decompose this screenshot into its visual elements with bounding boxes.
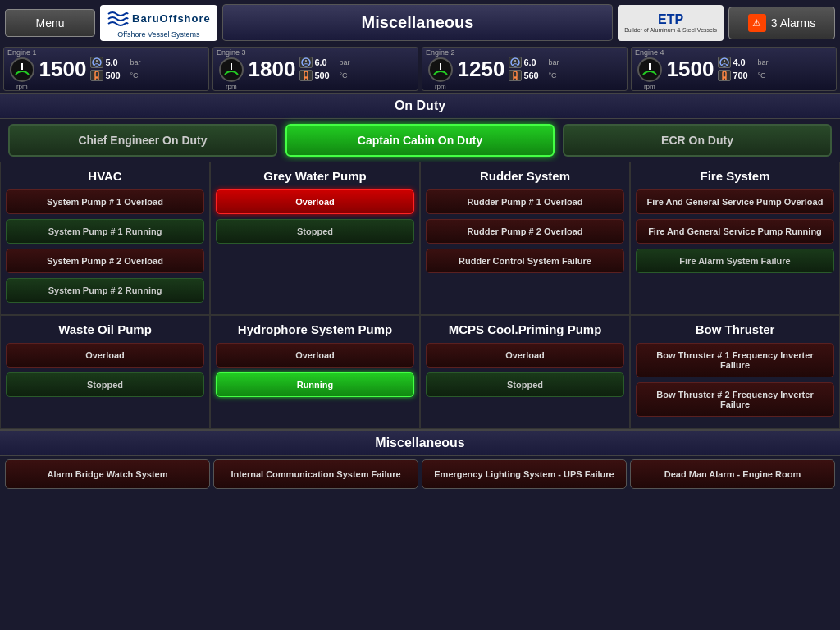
engine-rpm: 1500	[39, 58, 87, 80]
alarm-button[interactable]: ⚠ 3 Alarms	[728, 7, 835, 39]
status-item-1[interactable]: Bow Thruster # 2 Frequency Inverter Fail…	[636, 382, 834, 417]
alarm-count: 3 Alarms	[771, 16, 815, 30]
status-item-1[interactable]: Rudder Pump # 2 Overload	[426, 219, 624, 244]
temp-unit: °C	[339, 71, 347, 80]
engine-block-3: Engine 2 rpm 1250 6.0 bar	[422, 47, 628, 91]
status-item-0[interactable]: Overload	[216, 189, 414, 214]
status-item-2[interactable]: Fire Alarm System Failure	[636, 249, 834, 273]
page-title: Miscellaneous	[222, 4, 613, 41]
pressure-icon	[90, 57, 103, 68]
status-item-0[interactable]: Rudder Pump # 1 Overload	[426, 189, 624, 214]
miscellaneous-section: Miscellaneous Alarm Bridge Watch SystemI…	[0, 429, 840, 492]
grid-section: MCPS Cool.Priming PumpOverloadStopped	[420, 315, 630, 429]
section-title: Hydrophore System Pump	[216, 322, 414, 336]
misc-section-title: Miscellaneous	[0, 430, 840, 456]
misc-item-2[interactable]: Emergency Lighting System - UPS Failure	[422, 459, 627, 489]
rpm-unit: rpm	[16, 83, 28, 90]
section-title: Grey Water Pump	[216, 169, 414, 183]
grid-section: Fire SystemFire And General Service Pump…	[630, 162, 840, 315]
pressure-icon	[509, 57, 522, 68]
pressure-icon	[718, 57, 731, 68]
grid-section: Hydrophore System PumpOverloadRunning	[210, 315, 420, 429]
main-grid-row1: HVACSystem Pump # 1 OverloadSystem Pump …	[0, 162, 840, 315]
temp-unit: °C	[757, 71, 765, 80]
engine-gauge-icon	[427, 57, 454, 83]
pressure-unit: bar	[548, 58, 559, 66]
engine-pressure: 6.0	[523, 57, 546, 67]
section-title: Bow Thruster	[636, 322, 834, 336]
misc-item-1[interactable]: Internal Communication System Failure	[213, 459, 418, 489]
status-item-1[interactable]: Stopped	[426, 372, 624, 397]
svg-point-11	[304, 77, 308, 80]
status-item-1[interactable]: System Pump # 1 Running	[6, 219, 204, 244]
status-item-0[interactable]: System Pump # 1 Overload	[6, 189, 204, 214]
status-item-0[interactable]: Overload	[216, 343, 414, 368]
logo-text: BaruOffshore	[132, 12, 211, 25]
status-item-1[interactable]: Fire And General Service Pump Running	[636, 219, 834, 244]
engine-pressure: 5.0	[105, 57, 128, 67]
engine-block-1: Engine 1 rpm 1500 5.0 bar	[3, 47, 209, 91]
section-title: Fire System	[636, 169, 834, 183]
engine-temp: 560	[523, 71, 546, 80]
engine-block-2: Engine 3 rpm 1800 6.0 bar	[212, 47, 418, 91]
duty-button-2[interactable]: ECR On Duty	[563, 124, 832, 157]
status-item-0[interactable]: Bow Thruster # 1 Frequency Inverter Fail…	[636, 343, 834, 377]
status-item-1[interactable]: Stopped	[216, 219, 414, 244]
status-item-0[interactable]: Overload	[6, 343, 204, 368]
temp-unit: °C	[548, 71, 556, 80]
status-item-1[interactable]: Running	[216, 372, 414, 397]
engine-block-4: Engine 4 rpm 1500 4.0 bar	[631, 47, 837, 91]
duty-button-1[interactable]: Captain Cabin On Duty	[285, 124, 555, 157]
status-item-3[interactable]: System Pump # 2 Running	[6, 278, 204, 303]
temp-icon	[90, 70, 103, 81]
etp-title: ETP	[658, 12, 683, 27]
logo: BaruOffshore Offshore Vessel Systems	[100, 5, 217, 41]
engine-gauge-icon	[218, 57, 244, 83]
section-title: Rudder System	[426, 169, 624, 183]
engine-label: Engine 4	[635, 48, 664, 57]
status-item-2[interactable]: Rudder Control System Failure	[426, 249, 624, 273]
svg-point-23	[723, 77, 726, 80]
engine-rpm: 1800	[249, 58, 296, 80]
rpm-unit: rpm	[435, 83, 446, 90]
temp-icon	[509, 70, 522, 81]
section-title: HVAC	[6, 169, 204, 183]
status-item-0[interactable]: Overload	[426, 343, 624, 368]
temp-icon	[718, 70, 731, 81]
engine-gauge-icon	[637, 57, 663, 83]
engine-temp: 500	[105, 71, 128, 80]
alarm-icon: ⚠	[748, 14, 766, 32]
menu-button[interactable]: Menu	[5, 9, 95, 37]
engine-label: Engine 1	[7, 48, 37, 57]
etp-subtitle: Builder of Aluminum & Steel Vessels	[624, 27, 717, 33]
status-item-2[interactable]: System Pump # 2 Overload	[6, 249, 204, 273]
grid-section: Bow ThrusterBow Thruster # 1 Frequency I…	[630, 315, 840, 429]
rpm-unit: rpm	[226, 83, 237, 90]
misc-item-3[interactable]: Dead Man Alarm - Engine Room	[630, 459, 835, 489]
pressure-icon	[299, 57, 313, 68]
pressure-unit: bar	[130, 58, 140, 66]
pressure-unit: bar	[339, 58, 349, 66]
grid-section: Grey Water PumpOverloadStopped	[210, 162, 420, 315]
temp-unit: °C	[130, 71, 138, 80]
engine-temp: 700	[733, 71, 756, 80]
on-duty-title: On Duty	[0, 93, 840, 119]
misc-item-0[interactable]: Alarm Bridge Watch System	[5, 459, 210, 489]
duty-button-0[interactable]: Chief Engineer On Duty	[8, 124, 277, 157]
logo-subtitle: Offshore Vessel Systems	[117, 30, 199, 39]
svg-point-17	[514, 77, 517, 80]
etp-logo: ETP Builder of Aluminum & Steel Vessels	[618, 5, 724, 41]
svg-point-5	[95, 77, 98, 80]
logo-icon	[107, 7, 130, 30]
main-grid-row2: Waste Oil PumpOverloadStoppedHydrophore …	[0, 315, 840, 429]
status-item-0[interactable]: Fire And General Service Pump Overload	[636, 189, 834, 214]
grid-section: Waste Oil PumpOverloadStopped	[0, 315, 210, 429]
section-title: MCPS Cool.Priming Pump	[426, 322, 624, 336]
section-title: Waste Oil Pump	[6, 322, 204, 336]
engine-label: Engine 2	[426, 48, 455, 57]
grid-section: Rudder SystemRudder Pump # 1 OverloadRud…	[420, 162, 630, 315]
status-item-1[interactable]: Stopped	[6, 372, 204, 397]
pressure-unit: bar	[757, 58, 768, 66]
engine-gauge-icon	[9, 57, 35, 83]
engine-temp: 500	[314, 71, 337, 80]
